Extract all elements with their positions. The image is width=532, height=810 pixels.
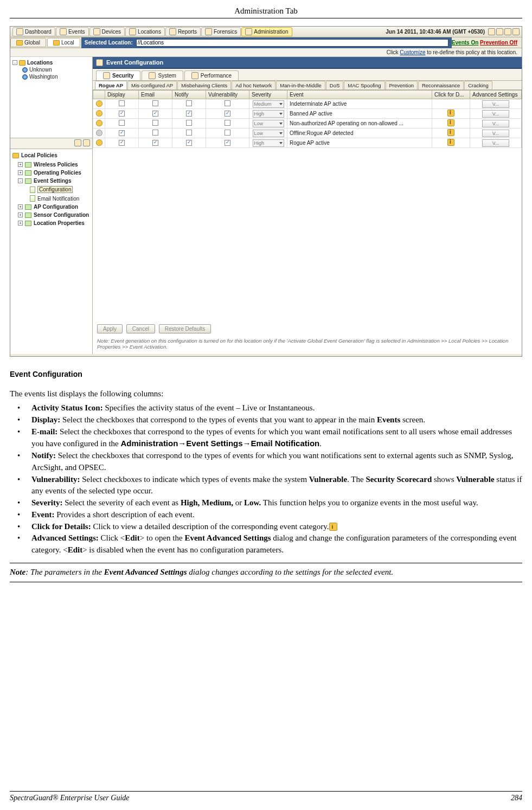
policy-wireless[interactable]: Wireless Policies <box>34 162 78 168</box>
severity-select[interactable]: Low <box>253 130 284 137</box>
print-icon[interactable] <box>504 28 511 35</box>
checkbox[interactable] <box>152 130 158 136</box>
info-icon[interactable] <box>447 129 454 136</box>
subtab-misconfigured[interactable]: Mis-configured AP <box>127 81 177 89</box>
col-event[interactable]: Event <box>287 91 432 99</box>
info-icon[interactable] <box>447 139 454 146</box>
restore-button[interactable]: Restore Defaults <box>159 324 211 333</box>
tab-local[interactable]: Local <box>47 38 80 47</box>
advanced-button[interactable]: V... <box>482 100 509 108</box>
policy-event-settings[interactable]: Event Settings <box>34 178 71 184</box>
tab-reports[interactable]: Reports <box>165 27 201 36</box>
tab-forensics[interactable]: Forensics <box>201 27 241 36</box>
tree-node-washington[interactable]: Washington <box>29 74 57 80</box>
checkbox[interactable] <box>119 130 125 136</box>
subtab-dos[interactable]: DoS <box>326 81 343 89</box>
collapse-icon[interactable]: - <box>12 60 17 65</box>
subtab-misbehaving[interactable]: Misbehaving Clients <box>177 81 231 89</box>
advanced-button[interactable]: V... <box>482 139 509 147</box>
checkbox[interactable] <box>186 100 192 106</box>
subtab-recon[interactable]: Reconnaissance <box>418 81 464 89</box>
selected-location-input[interactable] <box>136 39 448 47</box>
checkbox[interactable] <box>152 100 158 106</box>
tree-root[interactable]: Locations <box>27 60 53 66</box>
checkbox[interactable] <box>186 130 192 136</box>
sectab-performance[interactable]: Performance <box>184 70 239 80</box>
advanced-button[interactable]: V... <box>482 110 509 118</box>
col-display[interactable]: Display <box>105 91 139 99</box>
expand-icon[interactable]: + <box>18 213 23 217</box>
policy-operating[interactable]: Operating Policies <box>34 170 81 176</box>
subtab-mitm[interactable]: Man-in-the-Middle <box>276 81 325 89</box>
col-vulnerability[interactable]: Vulnerability <box>206 91 249 99</box>
checkbox[interactable] <box>152 140 158 146</box>
location-tree[interactable]: -Locations Unknown Washington <box>10 57 92 138</box>
checkbox[interactable] <box>225 130 230 136</box>
subtab-prevention[interactable]: Prevention <box>386 81 418 89</box>
policy-location-props[interactable]: Location Properties <box>34 220 85 226</box>
policy-sensor-config[interactable]: Sensor Configuration <box>34 212 89 218</box>
subtab-adhoc[interactable]: Ad hoc Network <box>232 81 275 89</box>
col-email[interactable]: Email <box>139 91 172 99</box>
subtab-cracking[interactable]: Cracking <box>464 81 492 89</box>
subtab-macspoof[interactable]: MAC Spoofing <box>344 81 384 89</box>
action-buttons: Apply Cancel Restore Defaults <box>93 320 522 338</box>
policy-ap-config[interactable]: AP Configuration <box>34 204 78 210</box>
checkbox[interactable] <box>119 111 125 117</box>
checkbox[interactable] <box>119 140 125 146</box>
subtab-rogue-ap[interactable]: Rogue AP <box>95 81 127 89</box>
col-activity[interactable] <box>93 91 105 99</box>
checkbox[interactable] <box>186 140 192 146</box>
list-item: Vulnerability: Select checkboxes to indi… <box>10 474 522 498</box>
sectab-security[interactable]: Security <box>96 70 140 80</box>
sectab-system[interactable]: System <box>142 70 183 80</box>
help-icon[interactable] <box>496 28 503 35</box>
col-notify[interactable]: Notify <box>172 91 206 99</box>
tab-global[interactable]: Global <box>10 38 46 47</box>
cancel-button[interactable]: Cancel <box>126 324 155 333</box>
col-advanced[interactable]: Advanced Settings <box>470 91 522 99</box>
checkbox[interactable] <box>152 111 158 117</box>
tree-tool-icon[interactable] <box>83 139 90 146</box>
expand-icon[interactable]: + <box>18 170 23 175</box>
tab-administration[interactable]: Administration <box>241 27 292 36</box>
prevention-off-link[interactable]: Prevention Off <box>480 40 517 46</box>
expand-icon[interactable]: + <box>18 204 23 209</box>
policy-sub-email[interactable]: Email Notification <box>37 196 79 202</box>
col-details[interactable]: Click for D... <box>432 91 470 99</box>
checkbox[interactable] <box>225 100 230 106</box>
logout-icon[interactable] <box>512 28 520 35</box>
severity-select[interactable]: High <box>253 110 284 118</box>
tab-dashboard[interactable]: Dashboard <box>12 27 55 36</box>
checkbox[interactable] <box>186 120 192 126</box>
severity-select[interactable]: Medium <box>253 100 284 108</box>
tab-events[interactable]: Events <box>56 27 89 36</box>
col-severity[interactable]: Severity <box>249 91 287 99</box>
customize-link[interactable]: Customize <box>400 49 425 55</box>
severity-select[interactable]: High <box>253 139 284 147</box>
tab-locations[interactable]: Locations <box>125 27 165 36</box>
checkbox[interactable] <box>152 120 158 126</box>
advanced-button[interactable]: V... <box>482 130 509 137</box>
checkbox[interactable] <box>119 100 125 106</box>
info-icon[interactable] <box>447 119 454 126</box>
checkbox[interactable] <box>119 120 125 126</box>
checkbox[interactable] <box>225 120 230 126</box>
collapse-icon[interactable]: - <box>18 178 23 183</box>
apply-button[interactable]: Apply <box>97 324 123 333</box>
info-icon[interactable] <box>447 110 454 117</box>
tab-devices[interactable]: Devices <box>89 27 125 36</box>
refresh-icon[interactable] <box>488 28 495 35</box>
severity-select[interactable]: Low <box>253 120 284 127</box>
advanced-button[interactable]: V... <box>482 120 509 127</box>
expand-icon[interactable]: + <box>18 162 23 167</box>
tree-tool-icon[interactable] <box>74 139 81 146</box>
events-on-link[interactable]: Events On <box>452 40 478 46</box>
checkbox[interactable] <box>186 111 192 117</box>
checkbox[interactable] <box>225 111 230 117</box>
tree-node-unknown[interactable]: Unknown <box>29 67 52 73</box>
checkbox[interactable] <box>225 140 230 146</box>
policy-sub-configuration[interactable]: Configuration <box>37 186 73 193</box>
expand-icon[interactable]: + <box>18 221 23 226</box>
folder-icon <box>19 60 25 66</box>
